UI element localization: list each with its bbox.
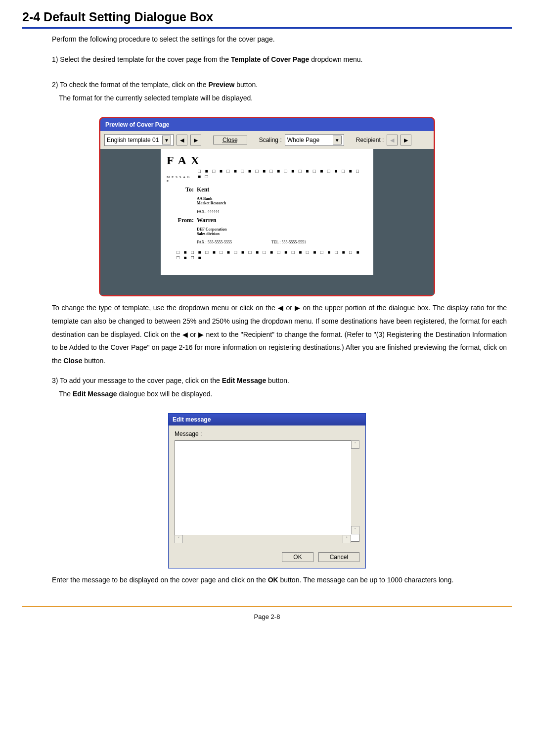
editmsg-button-row: OK Cancel (169, 547, 365, 568)
fax-from-fax: FAX : 555-5555-5555 (197, 240, 232, 244)
step2-text-c: button. (234, 81, 258, 89)
after-edit-a: Enter the message to be displayed on the… (52, 576, 268, 584)
preview-window: Preview of Cover Page English template 0… (99, 117, 435, 296)
after-edit-c: button. The message can be up to 1000 ch… (278, 576, 454, 584)
message-textarea[interactable] (175, 440, 359, 542)
page-number: Page 2-8 (22, 613, 512, 620)
after-preview-bold: Close (63, 357, 82, 365)
template-prev-button[interactable]: ◀ (177, 135, 187, 145)
scrollbar-horizontal[interactable]: ˂ ˃ (175, 535, 351, 543)
preview-toolbar: English template 01 ▼ ◀ ▶ Close Scaling … (100, 131, 434, 149)
close-button[interactable]: Close (213, 136, 247, 144)
scroll-up-icon[interactable]: ˄ (351, 440, 359, 449)
intro-paragraph: Perform the following procedure to selec… (52, 33, 507, 46)
editmsg-label: Message : (175, 430, 202, 437)
editmsg-body: Message : ˄ ˅ ˂ ˃ (169, 425, 365, 547)
step3-text-c: button. (266, 377, 289, 384)
scrollbar-vertical[interactable]: ˄ ˅ (351, 440, 359, 534)
scroll-down-icon[interactable]: ˅ (351, 526, 359, 534)
fax-to-company: AA Bank (197, 196, 367, 201)
chevron-down-icon[interactable]: ▼ (333, 136, 342, 144)
scroll-left-icon[interactable]: ˂ (175, 535, 183, 543)
editmsg-title-bar: Edit message (169, 414, 365, 425)
document-page: 2-4 Default Setting Dialogue Box Perform… (0, 0, 534, 640)
fax-cover-sheet: F A X M E S S A G E □ ■ □ ■ □ ■ □ ■ □ ■ … (161, 149, 373, 275)
chevron-down-icon[interactable]: ▼ (162, 136, 171, 144)
fax-from-label: From: (167, 217, 197, 224)
step3-note-a: The (59, 390, 73, 398)
fax-to-label: To: (167, 186, 197, 193)
recipient-label: Recipient : (356, 137, 384, 143)
step3-note-bold: Edit Message (73, 390, 117, 398)
recipient-prev-button[interactable]: ◀ (387, 135, 398, 145)
fax-subtitle: M E S S A G E (167, 175, 193, 183)
scroll-right-icon[interactable]: ˃ (343, 535, 351, 543)
step-2: 2) To check the format of the template, … (52, 78, 507, 104)
step2-bold: Preview (208, 81, 234, 89)
body-content: Perform the following procedure to selec… (52, 33, 507, 104)
editmsg-screenshot: Edit message Message : ˄ ˅ ˂ ˃ OK (22, 413, 512, 568)
step3-note-c: dialogue box will be displayed. (117, 390, 213, 398)
after-edit-bold: OK (268, 576, 278, 584)
fax-to-dept: Market Research (197, 201, 367, 205)
preview-canvas: F A X M E S S A G E □ ■ □ ■ □ ■ □ ■ □ ■ … (100, 149, 434, 295)
fax-dots-top: □ ■ □ ■ □ ■ □ ■ □ ■ □ ■ □ ■ □ ■ □ ■ □ ■ … (198, 168, 367, 179)
scaling-selected-value: Whole Page (287, 137, 319, 143)
step3-text-a: 3) To add your message to the cover page… (52, 377, 222, 384)
cancel-button[interactable]: Cancel (318, 552, 359, 562)
step1-text-a: 1) Select the desired template for the c… (52, 55, 231, 63)
step2-note: The format for the currently selected te… (59, 92, 253, 105)
template-dropdown[interactable]: English template 01 ▼ (104, 134, 174, 146)
preview-screenshot: Preview of Cover Page English template 0… (22, 117, 512, 296)
fax-from-tel: TEL : 555-5555-5551 (271, 240, 306, 244)
ok-button[interactable]: OK (282, 552, 313, 562)
after-preview-paragraph: To change the type of template, use the … (52, 301, 507, 367)
step-1: 1) Select the desired template for the c… (52, 53, 507, 66)
fax-from-dept: Sales division (197, 232, 367, 236)
preview-title-bar: Preview of Cover Page (100, 118, 434, 131)
recipient-next-button[interactable]: ▶ (400, 135, 411, 145)
section-heading: 2-4 Default Setting Dialogue Box (22, 10, 512, 29)
after-preview-a: To change the type of template, use the … (52, 304, 507, 364)
fax-from-company: DEF Corporation (197, 227, 367, 232)
footer-rule (22, 606, 512, 607)
step-3: 3) To add your message to the cover page… (52, 374, 507, 400)
after-edit-paragraph: Enter the message to be displayed on the… (52, 573, 507, 587)
editmsg-window: Edit message Message : ˄ ˅ ˂ ˃ OK (168, 413, 366, 568)
fax-dots-bottom: □ ■ □ ■ □ ■ □ ■ □ ■ □ ■ □ ■ □ ■ □ ■ □ ■ … (177, 249, 367, 260)
step1-text-c: dropdown menu. (309, 55, 362, 63)
step2-text-a: 2) To check the format of the template, … (52, 81, 208, 89)
scaling-label: Scaling : (259, 137, 282, 143)
after-preview-c: button. (82, 357, 105, 365)
fax-to-fax: FAX : 444444 (197, 209, 367, 214)
template-selected-value: English template 01 (107, 137, 159, 143)
step3-bold: Edit Message (222, 377, 266, 384)
fax-to-name: Kent (197, 186, 209, 193)
fax-title: F A X (167, 154, 367, 167)
template-next-button[interactable]: ▶ (190, 135, 201, 145)
step1-bold: Template of Cover Page (231, 55, 309, 63)
editmsg-textarea-wrap: ˄ ˅ ˂ ˃ (175, 440, 359, 543)
fax-from-name: Warren (197, 217, 217, 224)
scaling-dropdown[interactable]: Whole Page ▼ (285, 134, 344, 146)
